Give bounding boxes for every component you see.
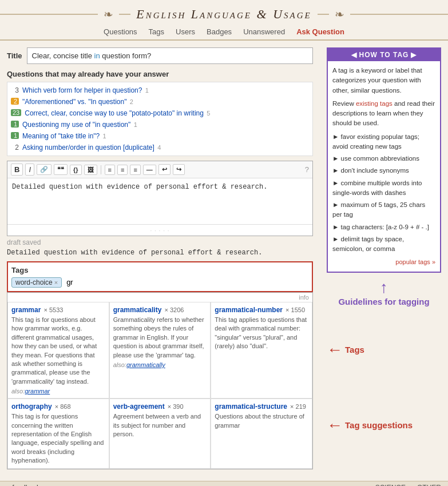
- tag-card-verb-agreement[interactable]: verb-agreement × 390 Agreement between a…: [109, 399, 211, 469]
- bottom-bar: s feedback SCIENCE OTHER: [0, 481, 448, 486]
- list-item: 23 Correct, clear, concise way to use "p…: [11, 107, 309, 119]
- existing-tags-link[interactable]: existing tags: [356, 100, 393, 107]
- toolbar-separator: [101, 165, 101, 174]
- how-to-tag-review: Review existing tags and read their desc…: [332, 99, 435, 129]
- q-count-badge-green: 1: [11, 132, 19, 139]
- how-to-tag-panel: ◀ HOW TO TAG ▶ A tag is a keyword or lab…: [327, 47, 441, 273]
- tag-name: grammatical-number: [215, 306, 283, 314]
- tag-also-link[interactable]: grammar: [25, 388, 50, 395]
- title-input[interactable]: Clear, concise title in question form?: [27, 47, 314, 64]
- tag-card-grammaticality[interactable]: grammaticality × 3206 Grammaticality ref…: [109, 302, 211, 399]
- site-title-ampersand: &: [257, 7, 268, 21]
- similar-questions-label: Questions that may already have your ans…: [7, 70, 313, 78]
- tag-description: Questions about the structure of grammar: [215, 412, 308, 430]
- tag-suggestions-annotation-container: ← Tag suggestions: [327, 416, 441, 435]
- nav-questions[interactable]: Questions: [104, 27, 137, 36]
- q-link[interactable]: "Aforementioned" vs. "In question" 2: [22, 98, 309, 106]
- tag-card-grammatical-structure[interactable]: grammatical-structure × 219 Questions ab…: [211, 399, 312, 469]
- code-button[interactable]: {}: [70, 165, 82, 175]
- hr-button[interactable]: —: [143, 165, 156, 175]
- tags-input-row: word-choice ×: [11, 277, 308, 288]
- q-num: 2: [130, 98, 133, 105]
- redo-button[interactable]: ↪: [173, 164, 185, 175]
- rule-1: ► favor existing popular tags; avoid cre…: [332, 132, 435, 152]
- q-count-badge-green: 23: [11, 109, 21, 116]
- editor-footer: · · · · ·: [7, 224, 312, 236]
- tags-type-input[interactable]: [64, 277, 308, 288]
- tag-description: This tag is for questions about how gram…: [11, 316, 105, 386]
- right-column: ◀ HOW TO TAG ▶ A tag is a keyword or lab…: [327, 47, 441, 469]
- header-line-left: [0, 14, 98, 15]
- q-link[interactable]: Which verb form for helper in question? …: [22, 86, 309, 94]
- nav-unanswered[interactable]: Unanswered: [243, 27, 285, 36]
- q-link[interactable]: Questioning my use of "in question" 1: [22, 121, 309, 129]
- how-to-tag-body: A tag is a keyword or label that categor…: [328, 61, 440, 272]
- tag-card-grammar[interactable]: grammar × 5533 This tag is for questions…: [7, 302, 109, 399]
- tag-description: This tag applies to questions that deal …: [215, 316, 308, 351]
- toolbar-help-icon[interactable]: ?: [305, 165, 309, 174]
- editor-toolbar: B I 🔗 ❝❝ {} 🖼 ≡ ≡ ≡ — ↩ ↪ ?: [7, 161, 312, 178]
- tag-suggestions-header: info: [7, 293, 312, 302]
- tag-card-header: verb-agreement × 390: [113, 403, 207, 411]
- q-count: 3: [11, 86, 19, 94]
- tag-count: × 1550: [286, 306, 305, 313]
- ol-button[interactable]: ≡: [105, 165, 115, 175]
- q-num: 5: [207, 110, 210, 117]
- bottom-other: OTHER: [417, 484, 441, 486]
- image-button[interactable]: 🖼: [84, 165, 97, 175]
- rule-2: ► use common abbreviations: [332, 154, 435, 164]
- list-item: 2 Asking number/order in question [dupli…: [11, 142, 309, 153]
- how-to-tag-intro: A tag is a keyword or label that categor…: [332, 66, 435, 95]
- editor-body[interactable]: Detailed question with evidence of perso…: [7, 178, 312, 224]
- questions-list[interactable]: 3 Which verb form for helper in question…: [7, 82, 313, 156]
- site-title-part1: English Language: [136, 7, 252, 21]
- indent-button[interactable]: ≡: [130, 165, 140, 175]
- tag-description: Agreement between a verb and its subject…: [113, 412, 207, 439]
- info-label: info: [299, 294, 309, 301]
- nav-badges[interactable]: Badges: [207, 27, 232, 36]
- bold-button[interactable]: B: [11, 164, 23, 176]
- rule-7: ► delimit tags by space, semicolon, or c…: [332, 234, 435, 254]
- main-nav: Questions Tags Users Badges Unanswered A…: [0, 24, 448, 39]
- q-link[interactable]: Meaning of "take title in"? 1: [22, 132, 309, 140]
- tag-card-grammatical-number[interactable]: grammatical-number × 1550 This tag appli…: [211, 302, 312, 399]
- tag-suggestions: info grammar × 5533 This tag is for ques…: [7, 292, 313, 469]
- nav-tags[interactable]: Tags: [149, 27, 164, 36]
- header-line-mid-right: [318, 14, 329, 15]
- tag-grid: grammar × 5533 This tag is for questions…: [7, 302, 312, 469]
- nav-users[interactable]: Users: [176, 27, 195, 36]
- title-highlight: in: [94, 51, 100, 60]
- title-row: Title Clear, concise title in question f…: [7, 47, 313, 64]
- header-icon-left: ◀: [351, 51, 357, 59]
- italic-button[interactable]: I: [25, 164, 34, 176]
- left-column: Title Clear, concise title in question f…: [7, 47, 313, 469]
- ornament-left: ❧: [104, 7, 113, 21]
- quote-button[interactable]: ❝❝: [54, 164, 68, 175]
- q-link[interactable]: Correct, clear, concise way to use "pota…: [25, 109, 309, 117]
- tag-card-orthography[interactable]: orthography × 868 This tag is for questi…: [7, 399, 109, 469]
- rule-5: ► maximum of 5 tags, 25 chars per tag: [332, 200, 435, 220]
- q-link[interactable]: Asking number/order in question [duplica…: [22, 144, 309, 152]
- tag-description: This tag is for questions concerning the…: [11, 412, 105, 465]
- rule-3: ► don't include synonyms: [332, 166, 435, 176]
- undo-button[interactable]: ↩: [158, 164, 171, 175]
- preview-text: Detailed question with evidence of perso…: [7, 249, 313, 257]
- resize-handle[interactable]: · · · · ·: [150, 228, 169, 234]
- popular-tags-link: popular tags »: [332, 257, 435, 267]
- bottom-nav: SCIENCE OTHER: [375, 484, 441, 486]
- ornament-right: ❧: [335, 7, 344, 21]
- tag-remove-button[interactable]: ×: [54, 279, 58, 286]
- link-button[interactable]: 🔗: [37, 164, 51, 175]
- tag-pill-label: word-choice: [15, 278, 53, 286]
- list-item: 1 Questioning my use of "in question" 1: [11, 119, 309, 130]
- q-num: 4: [157, 144, 161, 151]
- tag-name: verb-agreement: [113, 403, 165, 411]
- tag-also-link[interactable]: grammatically: [126, 361, 165, 368]
- header-icon-right: ▶: [411, 51, 417, 59]
- header-line-right: [350, 14, 448, 15]
- nav-ask-question[interactable]: Ask Question: [296, 27, 344, 36]
- tag-count: × 5533: [43, 306, 63, 313]
- ul-button[interactable]: ≡: [117, 165, 128, 175]
- tag-name: grammar: [11, 306, 41, 314]
- popular-tags-anchor[interactable]: popular tags »: [395, 258, 435, 265]
